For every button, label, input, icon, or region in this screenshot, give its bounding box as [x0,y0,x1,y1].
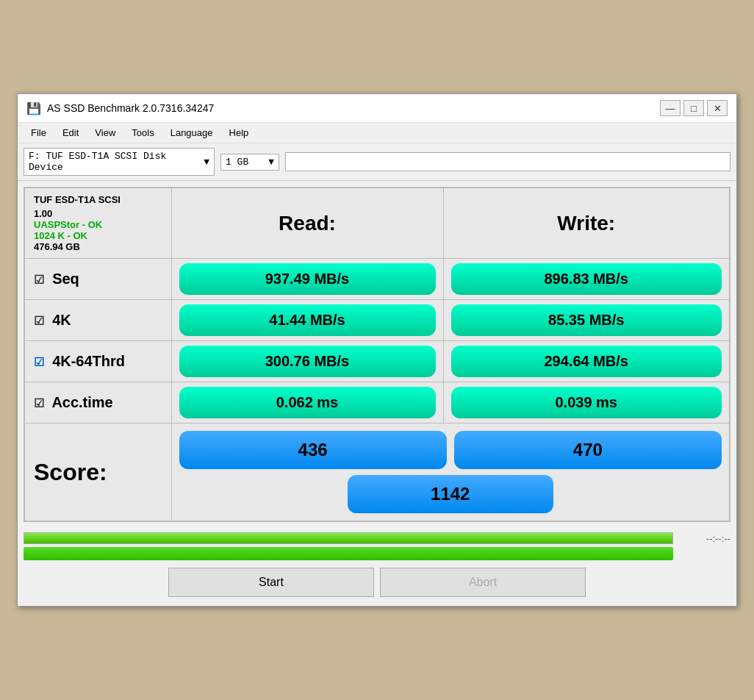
acctime-read-cell: 0.062 ms [171,382,443,424]
4k64-write-value: 294.64 MB/s [451,346,722,377]
score-row: Score: 436 470 1142 [24,424,730,522]
device-block: 1024 K - OK [34,230,162,241]
acctime-checkbox[interactable]: ☑ [34,397,44,410]
score-total-wrapper: 1142 [179,475,722,513]
seq-label: ☑ Seq [24,259,171,300]
seq-row: ☑ Seq 937.49 MB/s 896.83 MB/s [24,259,730,300]
green-progress-bar [24,547,673,560]
size-dropdown-icon: ▼ [268,157,274,168]
app-icon: 💾 [26,101,41,115]
drive-label: F: TUF ESD-T1A SCSI Disk Device [29,151,204,173]
window-controls: — □ ✕ [660,100,728,116]
acctime-row: ☑ Acc.time 0.062 ms 0.039 ms [24,382,730,424]
device-name: TUF ESD-T1A SCSI [34,194,162,205]
seq-write-cell: 896.83 MB/s [443,259,730,300]
read-header: Read: [171,188,443,259]
seq-write-value: 896.83 MB/s [451,263,722,295]
title-bar: 💾 AS SSD Benchmark 2.0.7316.34247 — □ ✕ [18,94,736,123]
title-bar-left: 💾 AS SSD Benchmark 2.0.7316.34247 [26,101,214,115]
acctime-label: ☑ Acc.time [24,382,171,424]
progress-bar-background [24,532,673,544]
menu-language[interactable]: Language [163,124,220,141]
drive-dropdown[interactable]: F: TUF ESD-T1A SCSI Disk Device ▼ [24,148,215,176]
score-write: 470 [454,431,722,469]
toolbar: F: TUF ESD-T1A SCSI Disk Device ▼ 1 GB ▼ [18,143,736,181]
main-content: TUF ESD-T1A SCSI 1.00 UASPStor - OK 1024… [18,181,736,528]
close-button[interactable]: ✕ [707,100,728,116]
4k-row: ☑ 4K 41.44 MB/s 85.35 MB/s [24,300,730,341]
device-capacity: 476.94 GB [34,241,162,252]
seq-read-value: 937.49 MB/s [179,263,436,295]
drive-dropdown-icon: ▼ [204,157,209,168]
score-top: 436 470 [179,431,722,469]
bottom-section: --:--:-- Start Abort [18,528,736,606]
menu-view[interactable]: View [87,124,123,141]
header-row: TUF ESD-T1A SCSI 1.00 UASPStor - OK 1024… [24,188,730,259]
4k64-row: ☑ 4K-64Thrd 300.76 MB/s 294.64 MB/s [24,341,730,382]
4k-checkbox[interactable]: ☑ [34,315,44,327]
4k-write-cell: 85.35 MB/s [443,300,730,341]
button-row: Start Abort [24,563,730,601]
menu-tools[interactable]: Tools [124,124,161,141]
menubar: File Edit View Tools Language Help [18,123,736,143]
acctime-write-value: 0.039 ms [451,387,722,418]
menu-help[interactable]: Help [222,124,256,141]
4k64-write-cell: 294.64 MB/s [443,341,730,382]
acctime-write-cell: 0.039 ms [443,382,730,424]
status-display [285,152,730,171]
score-read: 436 [179,431,447,469]
score-total: 1142 [348,475,553,513]
progress-bar-fill [24,533,672,543]
menu-edit[interactable]: Edit [55,124,86,141]
device-info: TUF ESD-T1A SCSI 1.00 UASPStor - OK 1024… [24,188,171,259]
4k64-label: ☑ 4K-64Thrd [24,341,171,382]
minimize-button[interactable]: — [660,100,681,116]
4k-label: ☑ 4K [24,300,171,341]
abort-button[interactable]: Abort [380,568,586,597]
start-button[interactable]: Start [168,568,374,597]
acctime-read-value: 0.062 ms [179,387,436,418]
4k-read-cell: 41.44 MB/s [171,300,443,341]
score-label: Score: [24,424,171,522]
4k-name: 4K [52,312,71,328]
4k64-read-value: 300.76 MB/s [179,346,436,377]
menu-file[interactable]: File [24,124,54,141]
seq-checkbox[interactable]: ☑ [34,274,44,286]
4k64-checkbox[interactable]: ☑ [34,356,44,368]
4k-write-value: 85.35 MB/s [451,304,722,336]
write-header: Write: [443,188,730,259]
seq-read-cell: 937.49 MB/s [171,259,443,300]
size-label: 1 GB [226,157,248,168]
acctime-name: Acc.time [51,394,112,410]
4k-read-value: 41.44 MB/s [179,304,436,336]
size-dropdown[interactable]: 1 GB ▼ [220,154,279,171]
maximize-button[interactable]: □ [683,100,704,116]
score-cells: 436 470 1142 [171,424,730,522]
time-display: --:--:-- [679,533,730,544]
app-window: 💾 AS SSD Benchmark 2.0.7316.34247 — □ ✕ … [17,93,737,607]
device-driver: UASPStor - OK [34,219,162,230]
window-title: AS SSD Benchmark 2.0.7316.34247 [47,102,214,114]
results-table: TUF ESD-T1A SCSI 1.00 UASPStor - OK 1024… [24,187,730,522]
seq-name: Seq [52,271,79,287]
4k64-name: 4K-64Thrd [52,353,125,369]
4k64-read-cell: 300.76 MB/s [171,341,443,382]
device-version: 1.00 [34,208,162,219]
progress-area: --:--:-- [24,532,730,544]
